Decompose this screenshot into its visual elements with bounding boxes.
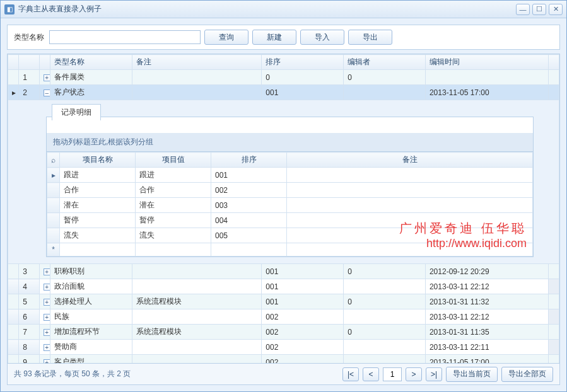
cell-name[interactable]: 政治面貌: [50, 279, 132, 294]
detail-cell-remark[interactable]: [287, 168, 533, 183]
collapse-icon[interactable]: –: [44, 89, 50, 96]
prev-page-button[interactable]: <: [363, 367, 379, 381]
detail-col-value[interactable]: 项目值: [136, 153, 211, 168]
cell-name[interactable]: 选择处理人: [50, 294, 132, 309]
col-remark[interactable]: 备注: [132, 55, 262, 70]
table-row[interactable]: 9+客户类型0022013-11-05 17:00: [8, 355, 559, 364]
expander-cell[interactable]: +: [39, 70, 50, 85]
cell-remark[interactable]: [132, 340, 262, 355]
detail-cell-value[interactable]: 跟进: [136, 168, 211, 183]
detail-cell-remark[interactable]: [287, 228, 533, 243]
table-row[interactable]: 7+增加流程环节系统流程模块00202013-01-31 11:35: [8, 325, 559, 340]
cell-name[interactable]: 客户状态: [50, 85, 132, 100]
detail-cell-sort[interactable]: 003: [211, 198, 287, 213]
cell-sort[interactable]: 001: [262, 279, 344, 294]
cell-name[interactable]: 增加流程环节: [50, 325, 132, 340]
cell-edittime[interactable]: 2013-03-11 22:12: [425, 279, 548, 294]
cell-remark[interactable]: 系统流程模块: [132, 294, 262, 309]
table-row[interactable]: 6+民族0022013-03-11 22:12: [8, 309, 559, 325]
close-button[interactable]: ✕: [549, 4, 563, 15]
cell-edittime[interactable]: [425, 70, 548, 85]
detail-cell-remark[interactable]: [287, 198, 533, 213]
cell-edittime[interactable]: 2013-11-05 17:00: [425, 355, 548, 364]
expand-icon[interactable]: +: [44, 344, 50, 351]
expand-icon[interactable]: +: [44, 74, 50, 81]
cell-edittime[interactable]: 2013-01-31 11:35: [425, 325, 548, 340]
detail-row[interactable]: 合作合作002: [47, 183, 533, 198]
last-page-button[interactable]: >|: [426, 367, 442, 381]
cell-editor[interactable]: [344, 340, 426, 355]
cell-remark[interactable]: [132, 309, 262, 325]
export-all-pages-button[interactable]: 导出全部页: [501, 367, 553, 382]
minimize-button[interactable]: —: [516, 4, 530, 15]
expander-cell[interactable]: +: [39, 309, 50, 325]
cell-sort[interactable]: 002: [262, 325, 344, 340]
detail-row[interactable]: ▸跟进跟进001: [47, 168, 533, 183]
col-edittime[interactable]: 编辑时间: [425, 55, 548, 70]
detail-row[interactable]: 潜在潜在003: [47, 198, 533, 213]
vscroll[interactable]: [548, 55, 559, 70]
col-editor[interactable]: 编辑者: [344, 55, 426, 70]
table-row[interactable]: 3+职称职别00102012-09-12 20:29: [8, 264, 559, 279]
detail-cell-name[interactable]: 潜在: [60, 198, 136, 213]
detail-search-icon[interactable]: ⌕: [47, 153, 60, 168]
detail-cell-name[interactable]: 暂停: [60, 213, 136, 228]
expand-icon[interactable]: +: [44, 299, 50, 306]
cell-edittime[interactable]: 2013-11-05 17:00: [425, 85, 548, 100]
detail-cell-sort[interactable]: 005: [211, 228, 287, 243]
expand-icon[interactable]: +: [44, 314, 50, 321]
query-button[interactable]: 查询: [204, 30, 248, 45]
cell-name[interactable]: 备件属类: [50, 70, 132, 85]
cell-editor[interactable]: [344, 355, 426, 364]
expander-cell[interactable]: +: [39, 294, 50, 309]
cell-editor[interactable]: 0: [344, 294, 426, 309]
expander-cell[interactable]: +: [39, 279, 50, 294]
detail-cell-name[interactable]: 合作: [60, 183, 136, 198]
page-input[interactable]: [383, 367, 402, 381]
expand-icon[interactable]: +: [44, 268, 50, 275]
table-row[interactable]: 5+选择处理人系统流程模块00102013-01-31 11:32: [8, 294, 559, 309]
detail-cell-value[interactable]: 流失: [136, 228, 211, 243]
cell-editor[interactable]: 0: [344, 70, 426, 85]
titlebar[interactable]: ◧ 字典主从表直接录入例子 — ☐ ✕: [1, 1, 566, 18]
detail-cell-name[interactable]: 跟进: [60, 168, 136, 183]
cell-name[interactable]: 赞助商: [50, 340, 132, 355]
detail-col-name[interactable]: 项目名称: [60, 153, 136, 168]
table-row[interactable]: ▸2–客户状态0012013-11-05 17:00: [8, 85, 559, 100]
cell-remark[interactable]: [132, 355, 262, 364]
detail-cell-name[interactable]: 流失: [60, 228, 136, 243]
detail-cell-remark[interactable]: [287, 183, 533, 198]
cell-edittime[interactable]: 2013-03-11 22:12: [425, 309, 548, 325]
detail-tab[interactable]: 记录明细: [52, 104, 101, 120]
grid-scroll[interactable]: 类型名称 备注 排序 编辑者 编辑时间 1+备件属类00▸2–客户状态00120…: [8, 54, 559, 363]
detail-cell-remark[interactable]: [287, 213, 533, 228]
cell-editor[interactable]: [344, 279, 426, 294]
cell-remark[interactable]: [132, 279, 262, 294]
cell-editor[interactable]: 0: [344, 325, 426, 340]
cell-editor[interactable]: [344, 309, 426, 325]
detail-cell-value[interactable]: 合作: [136, 183, 211, 198]
cell-remark[interactable]: 系统流程模块: [132, 325, 262, 340]
cell-edittime[interactable]: 2013-03-11 22:11: [425, 340, 548, 355]
detail-cell-value[interactable]: 暂停: [136, 213, 211, 228]
cell-sort[interactable]: 002: [262, 340, 344, 355]
group-panel[interactable]: 拖动列标题至此,根据该列分组: [47, 133, 533, 152]
detail-col-remark[interactable]: 备注: [287, 153, 533, 168]
detail-cell-value[interactable]: 潜在: [136, 198, 211, 213]
cell-remark[interactable]: [132, 85, 262, 100]
cell-remark[interactable]: [132, 264, 262, 279]
cell-editor[interactable]: 0: [344, 264, 426, 279]
detail-cell-sort[interactable]: 004: [211, 213, 287, 228]
maximize-button[interactable]: ☐: [532, 4, 546, 15]
table-row[interactable]: 1+备件属类00: [8, 70, 559, 85]
create-button[interactable]: 新建: [252, 30, 296, 45]
table-row[interactable]: 4+政治面貌0012013-03-11 22:12: [8, 279, 559, 294]
expander-cell[interactable]: +: [39, 340, 50, 355]
cell-sort[interactable]: 001: [262, 85, 344, 100]
detail-cell-sort[interactable]: 002: [211, 183, 287, 198]
first-page-button[interactable]: |<: [342, 367, 359, 381]
detail-row[interactable]: 流失流失005: [47, 228, 533, 243]
detail-row[interactable]: 暂停暂停004: [47, 213, 533, 228]
col-name[interactable]: 类型名称: [50, 55, 132, 70]
cell-sort[interactable]: 001: [262, 264, 344, 279]
